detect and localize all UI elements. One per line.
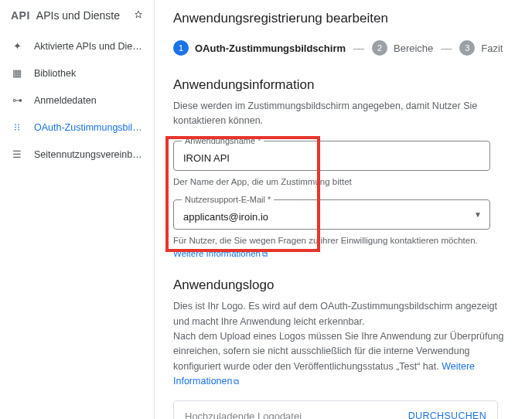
step-number: 3	[459, 40, 475, 56]
pin-icon[interactable]	[134, 10, 143, 22]
step-label: Bereiche	[394, 43, 433, 54]
checklist-icon: ☰	[11, 148, 23, 160]
step-label: OAuth-Zustimmungsbildschirm	[195, 43, 346, 54]
logo-upload-box[interactable]: Hochzuladende Logodatei DURCHSUCHEN	[173, 400, 498, 420]
support-email-select[interactable]: Nutzersupport-E-Mail * applicants@iroin.…	[173, 199, 490, 230]
support-email-value: applicants@iroin.io	[183, 211, 480, 223]
field-app-name: Anwendungsname * IROIN API Der Name der …	[173, 141, 513, 189]
step-separator: —	[353, 42, 364, 54]
support-email-help: Für Nutzer, die Sie wegen Fragen zu ihre…	[173, 234, 490, 261]
page-title: Anwendungsregistrierung bearbeiten	[173, 0, 513, 40]
step-number: 2	[372, 40, 387, 56]
key-icon: ⊶	[11, 94, 23, 106]
consent-icon: ⁝⁝	[11, 121, 23, 133]
app-name-label: Anwendungsname *	[182, 136, 264, 145]
support-help-link[interactable]: Weitere Informationen⧉	[173, 249, 268, 258]
sidebar-item-label: OAuth-Zustimmungsbildschir...	[34, 122, 143, 133]
browse-button[interactable]: DURCHSUCHEN	[408, 410, 486, 419]
external-link-icon: ⧉	[234, 377, 239, 386]
sidebar-item-label: Anmeldedaten	[34, 95, 97, 106]
step-number: 1	[173, 40, 189, 56]
stepper: 1 OAuth-Zustimmungsbildschirm — 2 Bereic…	[173, 40, 513, 73]
upload-placeholder: Hochzuladende Logodatei	[185, 410, 302, 420]
support-help-text: Für Nutzer, die Sie wegen Fragen zu ihre…	[173, 236, 478, 245]
sidebar-item-oauth-consent[interactable]: ⁝⁝ OAuth-Zustimmungsbildschir...	[0, 114, 154, 141]
sidebar: API APIs und Dienste ✦ Aktivierte APIs u…	[0, 0, 155, 419]
sidebar-item-credentials[interactable]: ⊶ Anmeldedaten	[0, 87, 154, 114]
sidebar-title: APIs und Dienste	[36, 9, 128, 22]
section-title-logo: Anwendungslogo	[173, 278, 513, 293]
external-link-icon: ⧉	[262, 250, 268, 258]
sidebar-item-enabled-apis[interactable]: ✦ Aktivierte APIs und Dienste	[0, 32, 154, 60]
field-support-email: Nutzersupport-E-Mail * applicants@iroin.…	[173, 199, 513, 261]
sidebar-item-library[interactable]: ▦ Bibliothek	[0, 60, 154, 87]
step-label: Fazit	[481, 43, 503, 54]
step-summary[interactable]: 3 Fazit	[459, 40, 503, 56]
library-icon: ▦	[11, 67, 23, 79]
api-logo-icon: API	[11, 9, 30, 22]
step-separator: —	[441, 42, 452, 54]
app-name-help: Der Name der App, die um Zustimmung bitt…	[173, 175, 490, 189]
sidebar-item-terms[interactable]: ☰ Seitennutzungsvereinbarung...	[0, 141, 154, 168]
sidebar-item-label: Bibliothek	[34, 68, 76, 79]
section-subtitle-appinfo: Diese werden im Zustimmungsbildschirm an…	[173, 99, 513, 128]
step-scopes[interactable]: 2 Bereiche	[372, 40, 433, 56]
logo-desc-line1: Dies ist Ihr Logo. Es wird auf dem OAuth…	[173, 301, 497, 326]
app-name-input[interactable]: Anwendungsname * IROIN API	[173, 141, 490, 171]
support-email-label: Nutzersupport-E-Mail *	[182, 195, 274, 204]
diamond-icon: ✦	[11, 40, 23, 52]
chevron-down-icon: ▼	[474, 210, 482, 219]
app-name-value: IROIN API	[183, 152, 480, 164]
section-title-appinfo: Anwendungsinformation	[173, 77, 513, 93]
step-oauth-consent[interactable]: 1 OAuth-Zustimmungsbildschirm	[173, 40, 346, 56]
main-content: Anwendungsregistrierung bearbeiten 1 OAu…	[155, 0, 532, 419]
logo-description: Dies ist Ihr Logo. Es wird auf dem OAuth…	[173, 299, 513, 389]
sidebar-item-label: Seitennutzungsvereinbarung...	[34, 149, 143, 160]
sidebar-item-label: Aktivierte APIs und Dienste	[34, 41, 143, 52]
sidebar-header: API APIs und Dienste	[0, 0, 154, 29]
